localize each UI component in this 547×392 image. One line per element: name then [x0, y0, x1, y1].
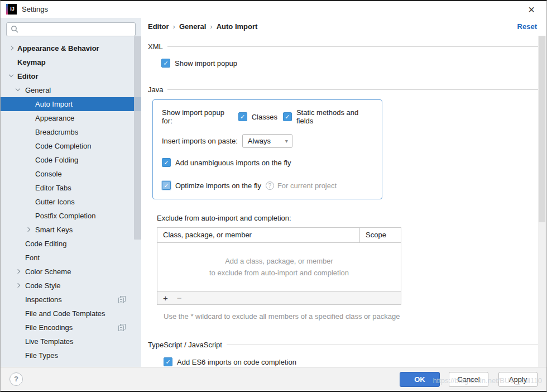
sidebar-item[interactable]: File Encodings [1, 321, 141, 334]
sidebar-item-label: Appearance [35, 111, 74, 125]
chevron-icon[interactable] [16, 283, 20, 288]
show-import-popup-row: ✓ Show import popup [161, 59, 540, 68]
sidebar-item[interactable]: Appearance [1, 111, 141, 125]
settings-sidebar: Appearance & Behavior Keymap Editor [1, 18, 141, 368]
chevron-icon[interactable] [26, 227, 30, 232]
show-popup-for-row: Show import popup for: ✓ Classes ✓ Stati… [162, 108, 374, 125]
sidebar-item[interactable]: Console [1, 167, 141, 181]
exclude-table-toolbar: + − [157, 291, 401, 304]
breadcrumb-editor[interactable]: Editor [148, 22, 169, 31]
remove-icon[interactable]: − [177, 293, 182, 303]
sidebar-item-label: Inspections [25, 293, 62, 307]
sidebar-item-label: Code Completion [35, 139, 91, 153]
sidebar-item[interactable]: Color Scheme [1, 265, 141, 279]
insert-on-paste-select[interactable]: Always ▾ [242, 134, 292, 148]
auto-import-panel: XML ✓ Show import popup Java Show import… [141, 35, 540, 369]
sidebar-item[interactable]: Editor [1, 69, 141, 83]
main-scrollbar-track[interactable] [538, 36, 546, 368]
sidebar-item-label: Code Editing [25, 237, 66, 251]
insert-on-paste-value: Always [248, 137, 271, 145]
ts-section-header: TypeScript / JavaScript [148, 341, 540, 349]
es6-imports-checkbox[interactable]: ✓ [164, 357, 172, 366]
sidebar-item-label: Smart Keys [35, 223, 73, 237]
sidebar-item[interactable]: Font [1, 251, 141, 265]
sidebar-item[interactable]: Auto Import [1, 97, 141, 111]
sidebar-item[interactable]: Breadcrumbs [1, 125, 141, 139]
column-scope[interactable]: Scope [360, 228, 401, 242]
sidebar-scrollbar[interactable] [134, 36, 141, 240]
section-divider [167, 89, 540, 90]
settings-dialog: IJ Settings × Appearance & Behavior Keym… [0, 0, 547, 392]
reset-link[interactable]: Reset [517, 22, 537, 31]
title-bar: IJ Settings × [1, 1, 546, 18]
sidebar-item-label: Color Scheme [25, 265, 71, 279]
add-icon[interactable]: + [163, 293, 168, 303]
sidebar-item-label: Editor Tabs [35, 181, 71, 195]
settings-tree: Appearance & Behavior Keymap Editor [1, 41, 141, 364]
sidebar-item[interactable]: File and Code Templates [1, 307, 141, 321]
chevron-icon[interactable] [16, 87, 20, 91]
optimize-imports-checkbox[interactable]: ✓ [162, 181, 171, 190]
wildcard-hint: Use the * wildcard to exclude all member… [164, 312, 521, 322]
cancel-button[interactable]: Cancel [449, 372, 488, 387]
java-options-box: Show import popup for: ✓ Classes ✓ Stati… [152, 99, 382, 199]
per-project-settings-icon [118, 296, 126, 303]
close-icon[interactable]: × [524, 2, 539, 17]
ok-button[interactable]: OK [400, 372, 440, 387]
help-button[interactable]: ? [9, 372, 23, 386]
insert-on-paste-label: Insert imports on paste: [162, 137, 242, 145]
apply-button[interactable]: Apply [498, 372, 538, 387]
sidebar-item-label: Postfix Completion [35, 209, 95, 223]
breadcrumb-separator: › [206, 22, 216, 31]
window-title: Settings [22, 5, 48, 13]
insert-on-paste-row: Insert imports on paste: Always ▾ [162, 134, 374, 148]
empty-state-line2: to exclude from auto-import and completi… [157, 267, 401, 279]
add-unambiguous-checkbox[interactable]: ✓ [162, 158, 171, 167]
sidebar-item-label: Keymap [17, 55, 46, 69]
sidebar-item[interactable]: Smart Keys [1, 223, 141, 237]
static-methods-checkbox[interactable]: ✓ [283, 112, 292, 121]
sidebar-item[interactable]: Gutter Icons [1, 195, 141, 209]
sidebar-item-label: Code Style [25, 279, 61, 293]
sidebar-item[interactable]: Keymap [1, 55, 141, 69]
sidebar-item[interactable]: Postfix Completion [1, 209, 141, 223]
sidebar-item[interactable]: Live Templates [1, 334, 141, 348]
add-unambiguous-row: ✓ Add unambiguous imports on the fly [162, 158, 374, 167]
sidebar-item-label: Live Templates [25, 334, 73, 348]
chevron-icon[interactable] [9, 73, 13, 77]
help-icon[interactable]: ? [266, 181, 274, 190]
chevron-icon[interactable] [9, 46, 13, 50]
java-section-title: Java [148, 85, 167, 94]
xml-section-title: XML [148, 42, 167, 51]
section-divider [227, 345, 540, 345]
dialog-footer: ? OK Cancel Apply [1, 367, 546, 391]
sidebar-item[interactable]: Code Folding [1, 153, 141, 167]
intellij-logo-icon: IJ [6, 4, 17, 15]
show-import-popup-checkbox[interactable]: ✓ [161, 59, 170, 68]
sidebar-item[interactable]: Code Style [1, 279, 141, 293]
exclude-table: Class, package, or member Scope Add a cl… [157, 227, 401, 305]
settings-search-input[interactable] [6, 22, 136, 36]
optimize-imports-hint: For current project [277, 181, 337, 190]
sidebar-item-label: Console [35, 167, 62, 181]
sidebar-item[interactable]: Inspections [1, 293, 141, 307]
sidebar-item[interactable]: General [1, 83, 141, 97]
breadcrumb-general[interactable]: General [179, 22, 206, 31]
sidebar-item[interactable]: Editor Tabs [1, 181, 141, 195]
sidebar-item[interactable]: File Types [1, 348, 141, 362]
sidebar-item-label: Code Folding [35, 153, 78, 167]
column-class-package-member[interactable]: Class, package, or member [157, 228, 360, 242]
sidebar-item[interactable]: Code Editing [1, 237, 141, 251]
section-divider [167, 46, 540, 47]
sidebar-item-label: File and Code Templates [25, 307, 105, 321]
sidebar-item[interactable]: Code Completion [1, 139, 141, 153]
exclude-table-empty-state: Add a class, package, or member to exclu… [157, 243, 401, 291]
breadcrumb-auto-import: Auto Import [217, 22, 258, 31]
classes-checkbox[interactable]: ✓ [238, 112, 247, 121]
main-scrollbar-thumb[interactable] [539, 36, 545, 222]
search-icon [11, 25, 18, 33]
sidebar-item[interactable]: Appearance & Behavior [1, 41, 141, 55]
sidebar-item-label: Appearance & Behavior [17, 41, 99, 55]
chevron-icon[interactable] [16, 269, 20, 274]
show-popup-for-label: Show import popup for: [162, 108, 238, 125]
